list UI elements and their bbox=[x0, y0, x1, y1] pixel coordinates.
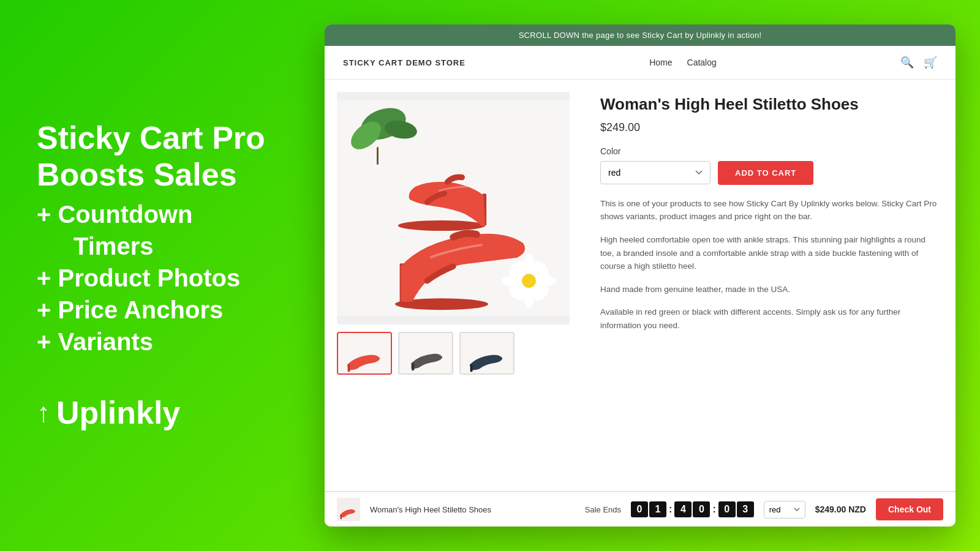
feature-1: + Countdown bbox=[37, 198, 300, 230]
svg-rect-19 bbox=[339, 333, 391, 373]
announcement-bar: SCROLL DOWN the page to see Sticky Cart … bbox=[325, 24, 956, 46]
checkout-button[interactable]: Check Out bbox=[876, 498, 943, 520]
color-row: red green black ADD TO CART bbox=[600, 161, 937, 185]
store-icons: 🔍 🛒 bbox=[900, 56, 937, 69]
countdown-s2: 3 bbox=[737, 501, 754, 517]
svg-point-10 bbox=[539, 276, 557, 285]
browser-mockup: SCROLL DOWN the page to see Sticky Cart … bbox=[325, 24, 956, 527]
product-area: Woman's High Heel Stiletto Shoes $249.00… bbox=[325, 80, 956, 491]
countdown-m2: 0 bbox=[693, 501, 710, 517]
svg-point-6 bbox=[522, 274, 536, 288]
thumbnails bbox=[337, 332, 570, 375]
main-product-image bbox=[337, 92, 570, 324]
color-label: Color bbox=[600, 146, 937, 156]
feature-3: + Product Photos bbox=[37, 262, 300, 294]
store-nav: Home Catalog bbox=[649, 58, 717, 67]
sticky-bar: Woman's High Heel Stiletto Shoes Sale En… bbox=[325, 491, 956, 527]
sticky-price: $249.00 NZD bbox=[815, 504, 866, 514]
features-list: + Countdown Timers + Product Photos + Pr… bbox=[37, 198, 300, 358]
store-logo: STICKY CART DEMO STORE bbox=[343, 58, 466, 67]
product-desc-1: This is one of your products to see how … bbox=[600, 197, 937, 223]
svg-point-18 bbox=[398, 220, 486, 231]
color-select[interactable]: red green black bbox=[600, 161, 710, 184]
sale-ends-label: Sale Ends bbox=[585, 505, 621, 514]
countdown-s1: 0 bbox=[718, 501, 736, 517]
headline: Sticky Cart Pro Boosts Sales bbox=[37, 120, 300, 193]
product-title: Woman's High Heel Stiletto Shoes bbox=[600, 94, 937, 115]
cart-button[interactable]: 🛒 bbox=[924, 56, 937, 69]
svg-rect-20 bbox=[348, 365, 350, 372]
feature-5: + Variants bbox=[37, 326, 300, 358]
countdown-h1: 0 bbox=[631, 501, 648, 517]
store-header: STICKY CART DEMO STORE Home Catalog 🔍 🛒 bbox=[325, 46, 956, 80]
search-button[interactable]: 🔍 bbox=[900, 56, 914, 69]
countdown-sep1: : bbox=[668, 504, 673, 515]
brand-arrow-icon: ↑ bbox=[37, 397, 50, 428]
headline-line2: Boosts Sales bbox=[37, 157, 237, 192]
svg-point-8 bbox=[524, 291, 533, 309]
sticky-product-thumbnail bbox=[337, 498, 360, 521]
search-icon: 🔍 bbox=[900, 56, 914, 69]
thumbnail-3[interactable] bbox=[459, 332, 514, 375]
sticky-color-select[interactable]: red green black bbox=[764, 501, 805, 519]
add-to-cart-button[interactable]: ADD TO CART bbox=[718, 161, 813, 185]
feature-4: + Price Anchors bbox=[37, 294, 300, 326]
brand: ↑ Uplinkly bbox=[37, 382, 300, 431]
product-images bbox=[325, 80, 582, 491]
sticky-product-name: Woman's High Heel Stiletto Shoes bbox=[370, 505, 575, 514]
svg-rect-24 bbox=[470, 365, 473, 372]
thumbnail-2[interactable] bbox=[398, 332, 453, 375]
svg-point-7 bbox=[524, 253, 533, 271]
svg-rect-26 bbox=[341, 515, 342, 519]
countdown-m1: 4 bbox=[674, 501, 692, 517]
svg-rect-21 bbox=[400, 333, 452, 373]
product-price: $249.00 bbox=[600, 121, 937, 134]
svg-rect-22 bbox=[412, 363, 414, 370]
thumbnail-1[interactable] bbox=[337, 332, 392, 375]
product-desc-3: Hand made from genuine leather, made in … bbox=[600, 283, 937, 296]
nav-catalog[interactable]: Catalog bbox=[687, 58, 717, 67]
svg-point-9 bbox=[502, 276, 519, 285]
left-panel: Sticky Cart Pro Boosts Sales + Countdown… bbox=[0, 83, 325, 468]
svg-rect-23 bbox=[461, 333, 513, 373]
countdown-sep2: : bbox=[711, 504, 717, 515]
nav-home[interactable]: Home bbox=[649, 58, 672, 67]
feature-2: Timers bbox=[37, 230, 300, 262]
product-details: Woman's High Heel Stiletto Shoes $249.00… bbox=[582, 80, 956, 491]
brand-name: Uplinkly bbox=[56, 394, 180, 431]
cart-icon: 🛒 bbox=[924, 56, 937, 69]
countdown: 0 1 : 4 0 : 0 3 bbox=[631, 501, 754, 517]
product-desc-4: Available in red green or black with dif… bbox=[600, 305, 937, 332]
product-desc-2: High heeled comfortable open toe with an… bbox=[600, 233, 937, 273]
announcement-text: SCROLL DOWN the page to see Sticky Cart … bbox=[519, 31, 762, 40]
headline-line1: Sticky Cart Pro bbox=[37, 120, 265, 156]
countdown-h2: 1 bbox=[649, 501, 666, 517]
